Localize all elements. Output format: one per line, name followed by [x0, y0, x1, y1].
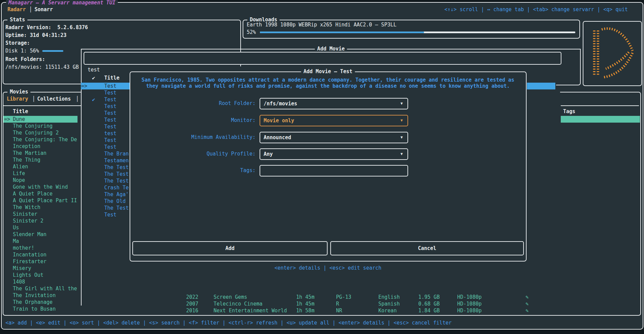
library-cell-runtime: 1h 45m: [296, 294, 314, 300]
search-result-row[interactable]: Test: [81, 103, 130, 110]
library-row[interactable]: Alien: [3, 163, 77, 170]
tags-input[interactable]: [260, 165, 408, 176]
library-row[interactable]: The Orphanage: [3, 299, 77, 306]
library-row-title: Incantation: [13, 251, 46, 258]
library-cell-language: Spanish: [378, 301, 400, 307]
library-cell-runtime: 1h 58m: [296, 308, 314, 314]
library-row[interactable]: The Conjuring: The De: [3, 136, 77, 143]
library-row[interactable]: =>Dune: [3, 116, 77, 123]
search-result-row[interactable]: Test: [81, 137, 130, 144]
library-row[interactable]: Slender Man: [3, 231, 77, 238]
search-result-row[interactable]: Crash Te: [81, 184, 130, 191]
search-result-row[interactable]: The Aga': [81, 191, 130, 198]
stats-panel-title: Stats: [7, 17, 27, 23]
search-result-row[interactable]: ✔Test: [81, 96, 130, 103]
search-result-row[interactable]: The Test: [81, 178, 130, 184]
library-row[interactable]: Nope: [3, 177, 77, 184]
library-row[interactable]: Us: [3, 224, 77, 231]
quality-profile-select[interactable]: Any ▼: [260, 148, 408, 160]
tab-collections[interactable]: Collections: [37, 96, 71, 102]
library-row[interactable]: mother!: [3, 245, 77, 251]
library-row[interactable]: Sinister 2: [3, 217, 77, 224]
radarr-logo-icon: [589, 25, 636, 81]
edit-pencil-icon[interactable]: ✎: [526, 308, 529, 314]
search-result-row[interactable]: Test: [81, 144, 130, 150]
library-row[interactable]: The Conjuring 2: [3, 129, 77, 136]
library-row-title: A Quiet Place: [13, 190, 52, 197]
library-row[interactable]: Misery: [3, 265, 77, 272]
library-row-title: Lights Out: [13, 272, 43, 278]
library-row[interactable]: The Invitation: [3, 292, 77, 299]
library-row[interactable]: 1408: [3, 278, 77, 285]
search-result-row[interactable]: Test: [81, 123, 130, 130]
library-row[interactable]: The Conjuring: [3, 123, 77, 129]
search-result-row[interactable]: The Bran: [81, 150, 130, 157]
in-library-check-icon: ✔: [92, 96, 95, 103]
library-row-title: The Witch: [13, 204, 40, 211]
tab-radarr[interactable]: Radarr: [7, 6, 26, 13]
movie-description-line1: San Francisco, 1985. Two opposites attra…: [141, 77, 514, 83]
library-row[interactable]: A Quiet Place: [3, 190, 77, 197]
quality-profile-dropdown-icon: ▼: [400, 149, 403, 159]
tab-separator: │: [29, 6, 32, 13]
monitor-dropdown-icon: ▼: [400, 116, 403, 126]
library-cell-year: 2007: [186, 301, 198, 307]
monitor-select[interactable]: Movie only ▼: [260, 115, 408, 126]
search-result-title: The Bran: [104, 150, 129, 157]
download-gauge-track: [260, 32, 575, 33]
library-row-title: mother!: [13, 245, 34, 251]
search-result-row[interactable]: Test: [81, 211, 130, 218]
search-result-title: Test: [104, 117, 116, 123]
library-row[interactable]: Life: [3, 170, 77, 177]
search-result-row[interactable]: Testamen: [81, 157, 130, 164]
movie-description-line2: they navigate a world full of risks and …: [146, 83, 510, 89]
stats-version: Radarr Version: 5.2.6.8376: [5, 24, 88, 30]
search-result-row[interactable]: Test: [81, 110, 130, 117]
library-tabs-divider-left: [3, 105, 81, 106]
library-row[interactable]: A Quiet Place Part II: [3, 197, 77, 204]
cancel-button[interactable]: Cancel: [330, 241, 524, 255]
top-help-text: <↑↓> scroll | ↔ change tab | <tab> chang…: [444, 6, 628, 13]
search-result-row[interactable]: The Old: [81, 198, 130, 205]
library-row-title: The Conjuring: [13, 123, 52, 129]
search-result-row[interactable]: The Test: [81, 164, 130, 171]
library-row[interactable]: Ma: [3, 238, 77, 245]
search-result-row[interactable]: test: [81, 130, 130, 137]
add-movie-modal-title: Add Movie – Test: [301, 68, 355, 75]
edit-pencil-icon[interactable]: ✎: [526, 294, 529, 300]
library-row[interactable]: The Thing: [3, 156, 77, 163]
search-result-title: The Test: [104, 178, 129, 184]
library-row[interactable]: Gone with the Wind: [3, 184, 77, 190]
root-folder-dropdown-icon: ▼: [400, 99, 403, 109]
library-cell-studio: Telecinco Cinema: [214, 301, 263, 307]
search-result-title: Test: [104, 89, 116, 96]
library-row-title: The Martian: [13, 150, 46, 156]
library-row[interactable]: The Witch: [3, 204, 77, 211]
movie-search-input[interactable]: test: [84, 52, 561, 65]
search-result-row[interactable]: The Test: [81, 171, 130, 178]
library-row[interactable]: Incantation: [3, 251, 77, 258]
quality-profile-label: Quality Profile:: [135, 151, 256, 157]
library-row-title: Ma: [13, 238, 19, 245]
search-result-row[interactable]: Test: [81, 89, 130, 96]
search-result-row[interactable]: =>Test: [81, 83, 130, 89]
library-row[interactable]: Firestarter: [3, 258, 77, 265]
tab-library[interactable]: Library: [7, 96, 28, 102]
library-row[interactable]: The Martian: [3, 150, 77, 156]
library-cell-size: 1.95 GB: [418, 294, 440, 300]
edit-pencil-icon[interactable]: ✎: [526, 301, 529, 307]
search-result-row[interactable]: Test: [81, 117, 130, 123]
add-button[interactable]: Add: [132, 241, 328, 255]
library-row[interactable]: Sinister: [3, 211, 77, 217]
library-row[interactable]: Lights Out: [3, 272, 77, 278]
search-result-title: Testamen: [104, 157, 129, 164]
library-row[interactable]: Train to Busan: [3, 306, 77, 312]
library-row[interactable]: The Girl with All the: [3, 285, 77, 292]
library-cell-rating: PG-13: [336, 294, 351, 300]
quality-profile-value: Any: [264, 149, 273, 159]
tab-sonarr[interactable]: Sonarr: [35, 6, 53, 13]
library-row[interactable]: Inception: [3, 143, 77, 150]
root-folder-select[interactable]: /nfs/movies ▼: [260, 98, 408, 109]
search-result-row[interactable]: The Test: [81, 205, 130, 211]
minimum-availability-select[interactable]: Announced ▼: [260, 132, 408, 143]
